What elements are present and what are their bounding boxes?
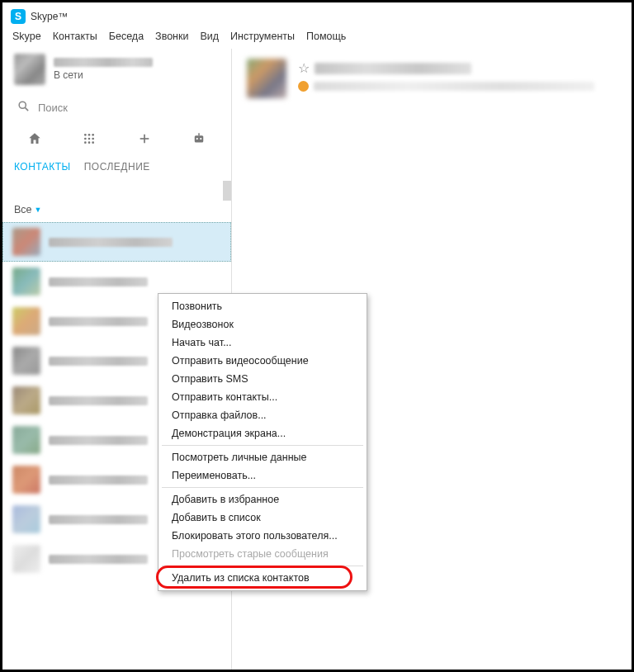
contact-name-redacted: [49, 238, 173, 247]
profile-info: В сети: [54, 58, 220, 81]
svg-point-15: [200, 138, 201, 140]
tab-recent[interactable]: ПОСЛЕДНИЕ: [84, 161, 150, 173]
contact-name-redacted: [49, 515, 148, 524]
svg-point-3: [88, 134, 91, 136]
menu-help[interactable]: Помощь: [306, 31, 346, 42]
ctx-send-files[interactable]: Отправка файлов...: [160, 406, 365, 424]
away-status-icon: [298, 81, 309, 92]
chat-avatar: [247, 59, 286, 98]
separator: [162, 487, 363, 488]
title-bar: S Skype™: [2, 2, 632, 27]
scrollbar-thumb[interactable]: [223, 181, 231, 201]
svg-point-6: [88, 138, 91, 140]
contact-avatar: [12, 466, 40, 494]
ctx-block-user[interactable]: Блокировать этого пользователя...: [160, 527, 365, 545]
ctx-send-contacts[interactable]: Отправить контакты...: [160, 388, 365, 406]
chat-subtitle-redacted: [314, 82, 594, 91]
favorite-star-icon[interactable]: ☆: [298, 60, 310, 76]
self-name-redacted: [54, 58, 153, 67]
svg-point-0: [19, 102, 26, 108]
sidebar-toolbar: [2, 123, 231, 156]
svg-point-5: [84, 138, 87, 140]
menu-bar: Skype Контакты Беседа Звонки Вид Инструм…: [2, 27, 632, 49]
chat-header: ☆: [247, 59, 617, 98]
skype-logo-icon: S: [11, 9, 26, 24]
contact-name-redacted: [49, 396, 148, 405]
ctx-send-video-message[interactable]: Отправить видеосообщение: [160, 352, 365, 370]
contact-avatar: [12, 228, 40, 256]
contact-name-redacted: [49, 357, 148, 366]
svg-rect-13: [195, 135, 204, 142]
ctx-screen-share[interactable]: Демонстрация экрана...: [160, 424, 365, 442]
search-placeholder: Поиск: [38, 102, 68, 114]
separator: [162, 445, 363, 446]
contact-avatar: [12, 505, 40, 533]
contact-avatar: [12, 386, 40, 414]
chevron-down-icon: ▼: [35, 206, 42, 214]
menu-contacts[interactable]: Контакты: [53, 31, 97, 42]
chat-title-redacted: [315, 63, 471, 74]
contact-name-redacted: [49, 436, 148, 445]
sidebar-tabs: КОНТАКТЫ ПОСЛЕДНИЕ: [2, 156, 231, 181]
menu-tools[interactable]: Инструменты: [230, 31, 295, 42]
ctx-call[interactable]: Позвонить: [160, 297, 365, 315]
menu-skype[interactable]: Skype: [12, 31, 41, 42]
svg-point-7: [92, 138, 95, 140]
contact-name-redacted: [49, 555, 148, 564]
profile-section[interactable]: В сети: [2, 49, 231, 92]
self-status: В сети: [54, 69, 220, 81]
contact-name-redacted: [49, 277, 148, 286]
home-icon[interactable]: [26, 130, 44, 148]
svg-point-10: [92, 141, 95, 144]
dialpad-icon[interactable]: [80, 130, 98, 148]
ctx-view-profile[interactable]: Посмотреть личные данные: [160, 448, 365, 466]
ctx-videocall[interactable]: Видеозвонок: [160, 315, 365, 334]
ctx-rename[interactable]: Переименовать...: [160, 466, 365, 485]
svg-point-9: [88, 141, 91, 144]
contact-avatar: [12, 347, 40, 375]
contacts-filter[interactable]: Все ▼: [2, 181, 231, 222]
menu-calls[interactable]: Звонки: [155, 31, 188, 42]
svg-point-8: [84, 141, 87, 144]
contact-avatar: [12, 307, 40, 335]
contact-avatar: [12, 267, 40, 296]
contact-avatar: [12, 545, 40, 573]
contact-context-menu: Позвонить Видеозвонок Начать чат... Отпр…: [158, 293, 367, 591]
add-icon[interactable]: [135, 130, 154, 148]
filter-label: Все: [14, 204, 32, 215]
svg-point-14: [196, 138, 198, 140]
ctx-send-sms[interactable]: Отправить SMS: [160, 370, 365, 388]
contact-avatar: [12, 426, 40, 454]
tab-contacts[interactable]: КОНТАКТЫ: [14, 161, 71, 173]
search-field[interactable]: Поиск: [2, 92, 231, 123]
svg-line-1: [25, 107, 28, 111]
contact-item-selected[interactable]: [2, 222, 231, 262]
bot-icon[interactable]: [190, 130, 208, 148]
svg-point-2: [84, 134, 87, 136]
separator: [162, 566, 363, 566]
ctx-remove-from-contacts[interactable]: Удалить из списка контактов: [160, 569, 365, 587]
search-icon: [17, 100, 30, 115]
contact-name-redacted: [49, 476, 148, 485]
menu-conversation[interactable]: Беседа: [109, 31, 144, 42]
ctx-start-chat[interactable]: Начать чат...: [160, 334, 365, 352]
menu-view[interactable]: Вид: [200, 31, 219, 42]
ctx-add-favorite[interactable]: Добавить в избранное: [160, 490, 365, 509]
self-avatar: [14, 54, 45, 85]
contact-name-redacted: [49, 317, 148, 326]
svg-point-4: [92, 134, 95, 136]
window-title: Skype™: [31, 11, 68, 22]
ctx-add-to-list[interactable]: Добавить в список: [160, 509, 365, 527]
ctx-view-old-messages: Просмотреть старые сообщения: [160, 545, 365, 563]
